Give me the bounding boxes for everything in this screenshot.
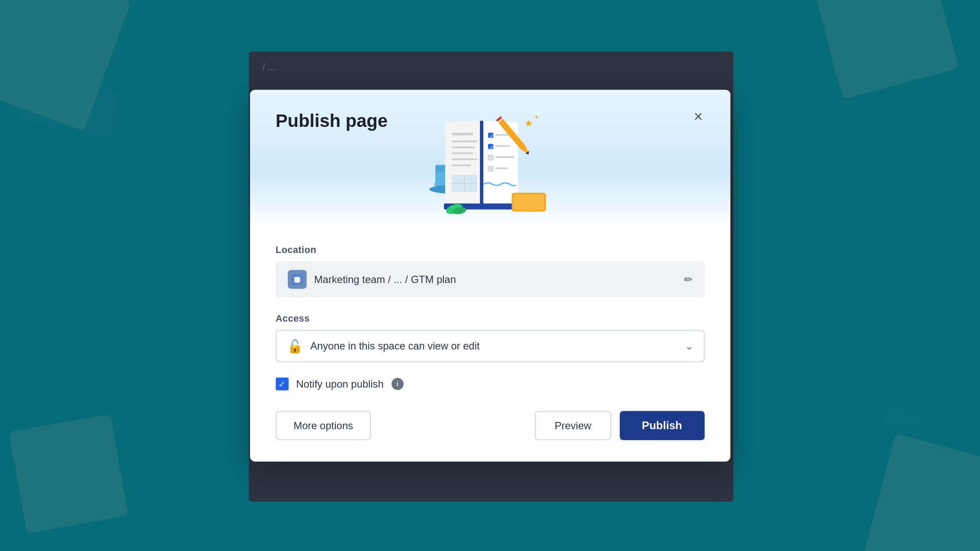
notify-label: Notify upon publish [296,378,384,390]
svg-rect-9 [452,164,471,166]
info-icon[interactable]: i [392,378,404,390]
preview-button[interactable]: Preview [535,411,611,440]
book-illustration: ✓ ✓ [413,94,567,214]
space-icon [288,270,307,289]
location-label: Location [276,244,705,255]
svg-rect-20 [495,156,515,158]
svg-text:✦: ✦ [534,113,539,120]
chevron-down-icon: ⌄ [685,340,694,352]
svg-rect-5 [452,140,477,142]
access-section: Access 🔓 Anyone in this space can view o… [276,313,705,362]
access-value: Anyone in this space can view or edit [311,340,677,352]
location-field: Marketing team / ... / GTM plan ✏ [276,261,705,297]
svg-rect-21 [488,166,493,171]
access-dropdown[interactable]: 🔓 Anyone in this space can view or edit … [276,330,705,362]
dialog-actions: More options Preview Publish [276,411,705,440]
svg-rect-31 [513,194,544,210]
more-options-button[interactable]: More options [276,411,371,440]
publish-dialog: Publish page [250,90,730,461]
dialog-title: Publish page [276,107,388,131]
dialog-header: Publish page [250,90,730,227]
svg-rect-8 [452,158,477,160]
lock-open-icon: 🔓 [287,338,303,353]
close-button[interactable]: × [692,107,704,126]
svg-text:✓: ✓ [490,133,493,138]
actions-right: Preview Publish [535,411,704,440]
svg-text:✓: ✓ [490,145,493,149]
svg-rect-23 [480,120,483,208]
checkmark-icon: ✓ [278,379,286,389]
publish-button[interactable]: Publish [620,411,705,440]
svg-rect-18 [495,145,510,147]
edit-icon[interactable]: ✏ [684,273,693,285]
svg-rect-22 [495,167,508,169]
notify-checkbox[interactable]: ✓ [276,377,289,390]
notify-row: ✓ Notify upon publish i [276,377,705,390]
svg-rect-4 [452,132,473,135]
svg-rect-6 [452,146,475,148]
svg-rect-19 [488,155,493,160]
svg-rect-7 [452,152,473,154]
dialog-body: Location Marketing team / ... / GTM plan… [250,227,730,461]
location-path: Marketing team / ... / GTM plan [314,273,676,285]
svg-text:·: · [519,113,521,119]
svg-text:★: ★ [525,117,533,128]
access-label: Access [276,313,705,324]
